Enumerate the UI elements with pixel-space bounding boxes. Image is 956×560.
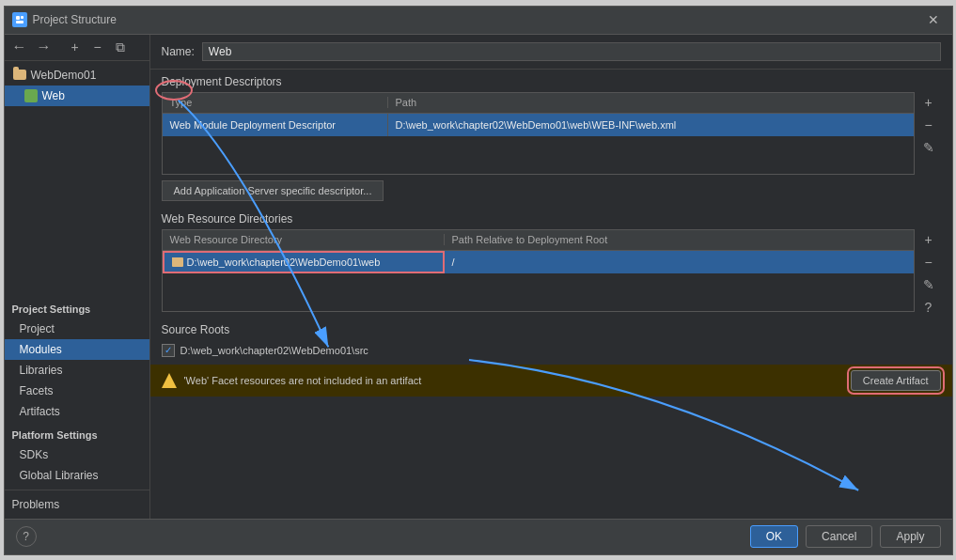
wr-table-with-buttons: Web Resource Directory Path Relative to … bbox=[162, 229, 941, 318]
deployment-remove-button[interactable]: − bbox=[918, 115, 939, 135]
svg-rect-2 bbox=[21, 16, 24, 19]
web-resource-section: Web Resource Directories Web Resource Di… bbox=[150, 207, 952, 318]
wr-path-cell: / bbox=[445, 251, 914, 273]
svg-rect-1 bbox=[16, 16, 20, 20]
project-settings-label: Project Settings bbox=[5, 296, 149, 319]
wr-col-path-header: Path Relative to Deployment Root bbox=[445, 234, 914, 245]
deployment-table-empty bbox=[163, 136, 914, 174]
nav-libraries[interactable]: Libraries bbox=[5, 360, 149, 381]
name-row: Name: bbox=[150, 35, 952, 70]
col-type-header: Type bbox=[163, 97, 388, 108]
deployment-table-inner: Type Path Web Module Deployment Descript… bbox=[162, 92, 915, 175]
apply-button[interactable]: Apply bbox=[880, 525, 940, 548]
problems-section: Problems bbox=[5, 490, 149, 519]
wr-table: Web Resource Directory Path Relative to … bbox=[162, 229, 915, 318]
warning-text: 'Web' Facet resources are not included i… bbox=[184, 375, 843, 386]
wr-add-button[interactable]: + bbox=[918, 229, 939, 250]
deployment-descriptors-title: Deployment Descriptors bbox=[150, 70, 952, 92]
wr-help-button[interactable]: ? bbox=[918, 297, 939, 318]
svg-rect-3 bbox=[16, 21, 24, 23]
copy-module-button[interactable]: ⧉ bbox=[110, 37, 131, 57]
nav-facets[interactable]: Facets bbox=[5, 381, 149, 401]
platform-settings-label: Platform Settings bbox=[5, 422, 149, 444]
wr-edit-button[interactable]: ✎ bbox=[918, 274, 939, 295]
nav-project[interactable]: Project bbox=[5, 319, 149, 339]
name-label: Name: bbox=[162, 45, 195, 58]
left-nav: Project Settings Project Modules Librari… bbox=[5, 292, 149, 490]
wr-table-empty bbox=[163, 273, 914, 311]
nav-modules[interactable]: Modules bbox=[5, 339, 149, 360]
deployment-table-with-buttons: Type Path Web Module Deployment Descript… bbox=[162, 92, 941, 175]
module-tree: WebDemo01 Web bbox=[5, 61, 149, 292]
wr-dir-cell: D:\web_work\chapter02\WebDemo01\web bbox=[163, 251, 445, 273]
web-resource-title: Web Resource Directories bbox=[150, 207, 952, 229]
source-checkbox[interactable] bbox=[162, 344, 175, 357]
main-scroll: Deployment Descriptors Type Path Web Mod… bbox=[150, 70, 952, 519]
wr-right-buttons: + − ✎ ? bbox=[915, 229, 941, 318]
nav-global-libraries[interactable]: Global Libraries bbox=[5, 465, 149, 486]
cancel-button[interactable]: Cancel bbox=[806, 525, 872, 548]
main-panel: Name: Deployment Descriptors Type Path bbox=[150, 35, 952, 519]
deployment-add-button[interactable]: + bbox=[918, 92, 939, 113]
create-artifact-button[interactable]: Create Artifact bbox=[851, 370, 941, 391]
tree-item-web[interactable]: Web bbox=[5, 86, 149, 106]
title-bar: Project Structure ✕ bbox=[5, 7, 952, 35]
wr-row[interactable]: D:\web_work\chapter02\WebDemo01\web / bbox=[163, 251, 914, 273]
warning-icon bbox=[162, 373, 177, 388]
wr-col-dir-header: Web Resource Directory bbox=[163, 234, 445, 245]
deployment-path-cell: D:\web_work\chapter02\WebDemo01\web\WEB-… bbox=[388, 114, 914, 136]
forward-button[interactable]: → bbox=[33, 37, 55, 57]
deployment-descriptors-section: Deployment Descriptors Type Path Web Mod… bbox=[150, 70, 952, 207]
deployment-table: Type Path Web Module Deployment Descript… bbox=[162, 92, 915, 175]
source-row: D:\web_work\chapter02\WebDemo01\src bbox=[150, 340, 952, 361]
wr-table-inner: Web Resource Directory Path Relative to … bbox=[162, 229, 915, 312]
left-panel: ← → + − ⧉ WebDemo01 bbox=[5, 35, 150, 519]
tree-item-webdemo01[interactable]: WebDemo01 bbox=[5, 65, 149, 86]
warning-row: 'Web' Facet resources are not included i… bbox=[150, 365, 952, 397]
dialog-icon bbox=[12, 12, 27, 27]
nav-sdks[interactable]: SDKs bbox=[5, 444, 149, 465]
wr-remove-button[interactable]: − bbox=[918, 252, 939, 272]
wr-folder-icon bbox=[172, 257, 183, 267]
source-roots-title: Source Roots bbox=[150, 318, 952, 340]
web-module-icon bbox=[24, 88, 39, 103]
deployment-edit-button[interactable]: ✎ bbox=[918, 137, 939, 158]
deployment-table-header: Type Path bbox=[163, 93, 914, 114]
col-path-header: Path bbox=[388, 97, 914, 108]
remove-module-button[interactable]: − bbox=[87, 37, 108, 57]
deployment-type-cell: Web Module Deployment Descriptor bbox=[163, 114, 388, 136]
add-module-button[interactable]: + bbox=[65, 37, 86, 57]
nav-artifacts[interactable]: Artifacts bbox=[5, 401, 149, 422]
dialog-title: Project Structure bbox=[33, 13, 917, 26]
close-button[interactable]: ✕ bbox=[922, 10, 945, 29]
deployment-right-buttons: + − ✎ bbox=[915, 92, 941, 175]
help-button[interactable]: ? bbox=[16, 526, 37, 547]
back-button[interactable]: ← bbox=[8, 37, 31, 57]
problems-link[interactable]: Problems bbox=[12, 498, 60, 511]
ok-button[interactable]: OK bbox=[750, 525, 798, 548]
wr-table-header: Web Resource Directory Path Relative to … bbox=[163, 230, 914, 251]
deployment-row[interactable]: Web Module Deployment Descriptor D:\web_… bbox=[163, 114, 914, 136]
svg-rect-0 bbox=[14, 14, 25, 25]
project-icon bbox=[12, 68, 27, 83]
name-input[interactable] bbox=[202, 42, 941, 61]
left-toolbar: ← → + − ⧉ bbox=[5, 35, 149, 61]
bottom-bar: ? OK Cancel Apply bbox=[5, 519, 952, 554]
source-roots-section: Source Roots D:\web_work\chapter02\WebDe… bbox=[150, 318, 952, 361]
add-descriptor-button[interactable]: Add Application Server specific descript… bbox=[162, 180, 384, 201]
